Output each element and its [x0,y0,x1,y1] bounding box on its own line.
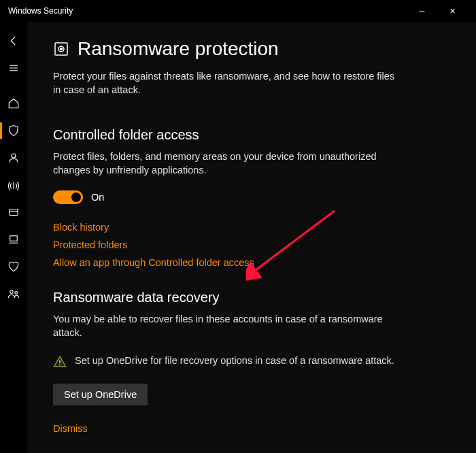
nav-account[interactable] [0,144,27,171]
nav-firewall[interactable] [0,171,27,199]
sidebar [0,22,27,453]
window-title: Windows Security [8,6,73,16]
person-icon [7,152,20,164]
shield-icon [7,124,20,137]
nav-home[interactable] [0,90,27,117]
svg-point-0 [12,154,16,158]
nav-virus-threat[interactable] [0,117,27,144]
page-description: Protect your files against threats like … [53,69,400,97]
block-history-link[interactable]: Block history [53,222,450,233]
protected-folders-link[interactable]: Protected folders [53,239,450,250]
recovery-info: Set up OneDrive for file recovery option… [75,354,394,367]
setup-onedrive-button[interactable]: Set up OneDrive [53,384,148,405]
hamburger-icon [7,62,20,74]
nav-performance[interactable] [0,253,27,280]
ransomware-icon [53,41,69,57]
recovery-description: You may be able to recover files in thes… [53,312,400,340]
cfa-title: Controlled folder access [53,127,450,143]
minimize-button[interactable]: ─ [407,0,437,22]
close-button[interactable]: ✕ [437,0,468,22]
svg-rect-1 [10,209,18,216]
svg-point-8 [59,364,61,365]
cfa-toggle-label: On [91,192,104,203]
nav-device-security[interactable] [0,226,27,253]
cfa-description: Protect files, folders, and memory areas… [53,150,400,178]
svg-point-4 [15,292,18,295]
svg-rect-2 [10,236,18,241]
warning-icon [53,355,67,369]
cfa-toggle[interactable] [53,190,83,204]
page-title: Ransomware protection [78,38,279,60]
app-browser-icon [7,206,20,218]
title-bar: Windows Security ─ ✕ [0,0,476,22]
back-button[interactable] [0,27,27,54]
recovery-title: Ransomware data recovery [53,290,450,305]
back-arrow-icon [7,35,20,47]
family-icon [7,288,20,300]
dismiss-link[interactable]: Dismiss [53,423,450,434]
allow-app-link[interactable]: Allow an app through Controlled folder a… [53,257,450,268]
antenna-icon [7,179,20,191]
nav-app-browser[interactable] [0,199,27,226]
main-content: Ransomware protection Protect your files… [27,22,476,453]
home-icon [7,97,20,110]
laptop-icon [7,233,20,246]
svg-point-7 [61,48,63,50]
menu-button[interactable] [0,54,27,82]
heart-icon [7,261,20,273]
nav-family[interactable] [0,280,27,307]
svg-point-3 [10,290,14,294]
